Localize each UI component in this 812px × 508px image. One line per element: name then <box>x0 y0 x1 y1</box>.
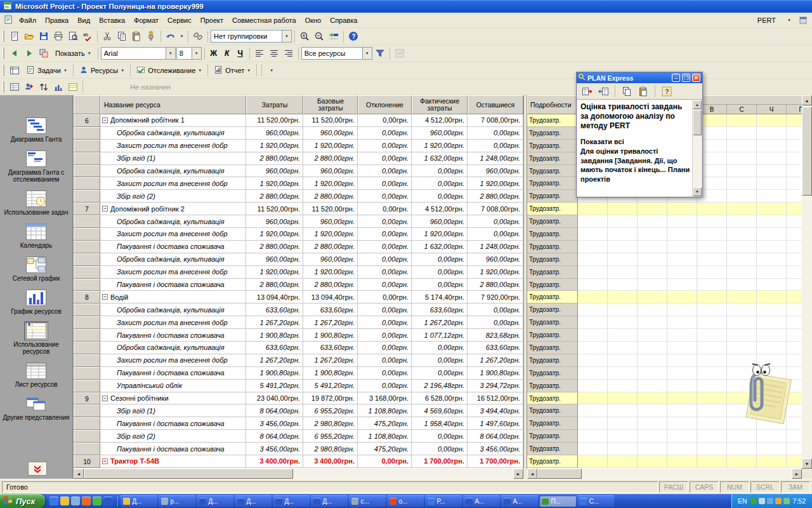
timephased-cell[interactable] <box>578 329 608 342</box>
cost-cell[interactable]: 0,00грн. <box>468 127 523 140</box>
cost-cell[interactable]: 11 520,00грн. <box>303 114 358 127</box>
cost-cell[interactable]: 0,00грн. <box>468 140 523 152</box>
cost-cell[interactable]: 0,00грн. <box>358 253 412 266</box>
timephased-cell[interactable] <box>697 354 727 367</box>
toolbar-grip[interactable] <box>3 48 4 59</box>
messenger-icon[interactable] <box>93 497 102 505</box>
cost-cell[interactable]: 7 920,00грн. <box>468 291 523 304</box>
timeline-row[interactable]: Трудозатр. <box>527 215 802 228</box>
timephased-cell[interactable] <box>697 392 727 405</box>
cost-cell[interactable]: 475,20грн. <box>358 417 412 430</box>
resource-name-cell[interactable]: −Допоміжний робітник 2 <box>100 203 246 215</box>
timephased-cell[interactable] <box>757 279 787 291</box>
grouping-combobox[interactable]: Нет группировки ▼ <box>211 30 292 43</box>
resource-name-cell[interactable]: Захист рослин та внесення добр <box>100 316 246 329</box>
timephased-cell[interactable] <box>638 253 667 266</box>
cost-cell[interactable]: 1 920,00грн. <box>412 140 468 152</box>
row-number-cell[interactable] <box>74 228 100 241</box>
underline-button[interactable]: Ч <box>234 47 247 60</box>
timephased-cell[interactable] <box>667 455 697 468</box>
timephased-cell[interactable] <box>608 279 638 291</box>
timephased-cell[interactable] <box>697 203 727 215</box>
show-button[interactable]: Показать▼ <box>51 48 95 58</box>
cost-cell[interactable]: 0,00грн. <box>358 165 412 178</box>
viewbar-item-resource-usage[interactable]: Использование ресурсов <box>3 322 70 355</box>
cost-cell[interactable]: 2 880,00грн. <box>246 152 303 165</box>
timephased-cell[interactable] <box>667 279 697 291</box>
timephased-cell[interactable] <box>578 354 608 367</box>
timephased-cell[interactable] <box>697 215 727 228</box>
cost-cell[interactable]: 0,00грн. <box>358 380 412 392</box>
cost-cell[interactable]: 960,00грн. <box>468 165 523 178</box>
cost-cell[interactable]: 0,00грн. <box>468 215 523 228</box>
resource-name-cell[interactable]: Збір ягід (2) <box>100 190 246 203</box>
timephased-cell[interactable] <box>638 241 667 253</box>
timephased-cell[interactable] <box>638 354 667 367</box>
timephased-cell[interactable] <box>578 443 608 455</box>
outlook-icon[interactable] <box>60 497 69 505</box>
timephased-cell[interactable] <box>787 443 802 455</box>
toolbar-options-icon[interactable] <box>796 13 810 27</box>
timephased-cell[interactable] <box>697 430 727 443</box>
timephased-cell[interactable] <box>757 304 787 316</box>
show-desktop-icon[interactable] <box>71 497 80 505</box>
taskbar-window-button[interactable]: о... <box>387 495 424 507</box>
resource-graph-icon[interactable] <box>51 80 65 94</box>
timephased-cell[interactable] <box>638 443 667 455</box>
vertical-scrollbar-thumb[interactable] <box>802 107 812 196</box>
scroll-down-icon[interactable]: ▼ <box>802 458 812 469</box>
timephased-cell[interactable] <box>578 215 608 228</box>
horizontal-scrollbar-thumb[interactable] <box>84 469 293 479</box>
cost-cell[interactable]: 1 267,20грн. <box>412 316 468 329</box>
timephased-cell[interactable] <box>757 215 787 228</box>
analysis-icon[interactable] <box>393 46 407 60</box>
timeline-row[interactable]: Трудозатр. <box>527 253 802 266</box>
cost-cell[interactable]: 633,60грн. <box>303 304 358 316</box>
collapse-icon[interactable]: − <box>102 206 108 211</box>
timephased-cell[interactable] <box>638 304 667 316</box>
timephased-cell[interactable] <box>757 203 787 215</box>
align-center-icon[interactable] <box>267 46 281 60</box>
timephased-cell[interactable] <box>578 392 608 405</box>
cost-cell[interactable]: 0,00грн. <box>358 367 412 380</box>
cost-cell[interactable]: 960,00грн. <box>303 253 358 266</box>
save-icon[interactable] <box>37 29 51 43</box>
table-row[interactable]: Пакування і доставка споживача2 880,00гр… <box>74 279 523 291</box>
timephased-cell[interactable] <box>578 430 608 443</box>
copy-icon[interactable] <box>620 84 634 98</box>
menu-item[interactable]: Справка <box>325 14 362 27</box>
cost-cell[interactable]: 0,00грн. <box>358 203 412 215</box>
timephased-cell[interactable] <box>727 316 757 329</box>
resource-name-cell[interactable]: Пакування і доставка споживача <box>100 367 246 380</box>
row-number-cell[interactable] <box>74 215 100 228</box>
timephased-cell[interactable] <box>608 241 638 253</box>
row-number-cell[interactable] <box>74 165 100 178</box>
cost-cell[interactable]: 633,60грн. <box>412 304 468 316</box>
menu-item[interactable]: Окно <box>301 14 326 27</box>
office-assistant-clippy[interactable] <box>728 362 794 425</box>
bold-button[interactable]: Ж <box>207 47 220 60</box>
cost-cell[interactable]: 1 077,12грн. <box>412 329 468 342</box>
row-number-cell[interactable] <box>74 266 100 279</box>
timephased-cell[interactable] <box>638 417 667 430</box>
row-number-cell[interactable] <box>74 417 100 430</box>
cost-cell[interactable]: 0,00грн. <box>358 241 412 253</box>
timephased-cell[interactable] <box>578 417 608 430</box>
timephased-cell[interactable] <box>608 215 638 228</box>
timephased-cell[interactable] <box>667 316 697 329</box>
taskbar-window-button[interactable]: Д... <box>273 495 310 507</box>
cost-cell[interactable]: 0,00грн. <box>412 190 468 203</box>
timephased-cell[interactable] <box>757 165 787 178</box>
timephased-cell[interactable] <box>787 430 802 443</box>
row-number-cell[interactable]: 6 <box>74 114 100 127</box>
timephased-cell[interactable] <box>638 455 667 468</box>
row-number-cell[interactable] <box>74 241 100 253</box>
timeline-row[interactable]: Трудозатр. <box>527 279 802 291</box>
timephased-cell[interactable] <box>697 329 727 342</box>
cost-cell[interactable]: 0,00грн. <box>468 228 523 241</box>
horizontal-scrollbar-left[interactable]: ◄ ► <box>74 469 523 479</box>
timephased-cell[interactable] <box>667 203 697 215</box>
timephased-cell[interactable] <box>727 152 757 165</box>
scroll-right-icon[interactable]: ► <box>792 469 802 479</box>
select-all-corner[interactable] <box>74 95 100 114</box>
